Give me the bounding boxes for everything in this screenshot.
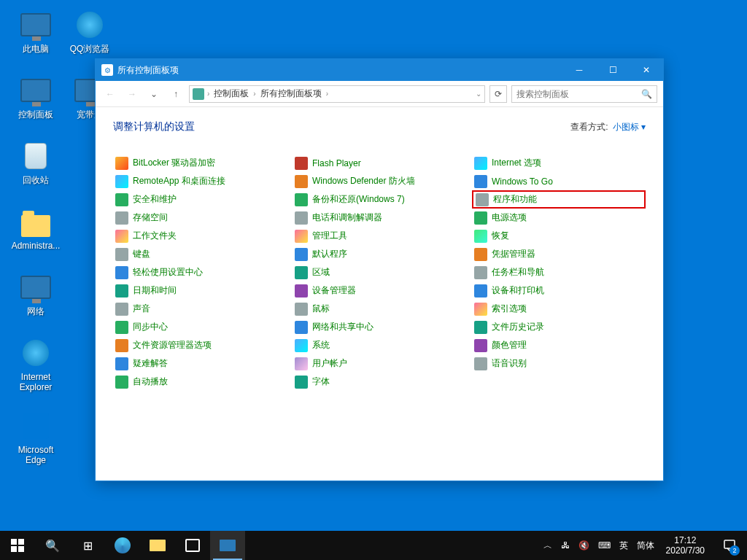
control-panel-item[interactable]: BitLocker 驱动器加密 bbox=[113, 154, 287, 172]
viewby-dropdown[interactable]: 小图标 ▾ bbox=[613, 121, 646, 133]
item-icon bbox=[476, 193, 489, 206]
taskbar-explorer[interactable] bbox=[140, 531, 175, 560]
control-panel-item[interactable]: 工作文件夹 bbox=[113, 227, 287, 245]
item-icon bbox=[474, 303, 487, 316]
control-panel-item[interactable]: 默认程序 bbox=[293, 245, 466, 263]
viewby-label: 查看方式: bbox=[570, 121, 608, 133]
search-button[interactable]: 🔍 bbox=[35, 531, 70, 560]
control-panel-item[interactable]: 电话和调制解调器 bbox=[293, 209, 466, 227]
minimize-button[interactable]: ─ bbox=[562, 59, 596, 81]
address-bar[interactable]: › 控制面板 › 所有控制面板项 › ⌄ bbox=[189, 85, 485, 103]
item-icon bbox=[295, 284, 308, 298]
control-panel-item[interactable]: 自动播放 bbox=[113, 373, 287, 391]
item-label: 文件历史记录 bbox=[492, 321, 544, 333]
control-panel-item[interactable]: 凭据管理器 bbox=[472, 245, 646, 263]
control-panel-item[interactable]: 系统 bbox=[293, 336, 466, 354]
control-panel-item[interactable]: 轻松使用设置中心 bbox=[113, 263, 287, 281]
back-button[interactable]: ← bbox=[101, 85, 119, 103]
control-panel-item[interactable]: RemoteApp 和桌面连接 bbox=[113, 172, 287, 190]
tray-network-icon[interactable]: 🖧 bbox=[557, 531, 574, 560]
desktop-icon[interactable]: 此电脑 bbox=[9, 7, 63, 54]
desktop-icon[interactable]: Administra... bbox=[9, 204, 63, 251]
recent-dropdown[interactable]: ⌄ bbox=[145, 85, 163, 103]
tray-ime-lang[interactable]: 英 bbox=[615, 531, 632, 560]
control-panel-item[interactable]: 网络和共享中心 bbox=[293, 318, 466, 336]
control-panel-item[interactable]: 索引选项 bbox=[472, 300, 646, 318]
control-panel-item[interactable]: 管理工具 bbox=[293, 227, 466, 245]
control-panel-item[interactable]: 任务栏和导航 bbox=[472, 263, 646, 281]
desktop-icon[interactable]: QQ浏览器 bbox=[63, 7, 117, 54]
item-label: 工作文件夹 bbox=[133, 230, 177, 242]
control-panel-item[interactable]: 语音识别 bbox=[472, 354, 646, 373]
item-icon bbox=[474, 175, 487, 188]
control-panel-item[interactable]: 备份和还原(Windows 7) bbox=[293, 190, 466, 209]
chevron-icon: › bbox=[326, 90, 328, 98]
forward-button[interactable]: → bbox=[123, 85, 141, 103]
item-icon bbox=[474, 157, 487, 170]
item-label: Internet 选项 bbox=[492, 157, 541, 169]
tray-keyboard-icon[interactable]: ⌨ bbox=[594, 531, 615, 560]
control-panel-item[interactable]: 电源选项 bbox=[472, 209, 646, 227]
breadcrumb-current[interactable]: 所有控制面板项 bbox=[259, 88, 323, 100]
control-panel-item[interactable]: 颜色管理 bbox=[472, 336, 646, 354]
tray-volume-icon[interactable]: 🔇 bbox=[574, 531, 594, 560]
control-panel-item[interactable]: 区域 bbox=[293, 263, 466, 281]
control-panel-item[interactable]: 用户帐户 bbox=[293, 354, 466, 373]
item-label: 恢复 bbox=[492, 230, 509, 242]
control-panel-item[interactable]: 同步中心 bbox=[113, 318, 287, 336]
desktop-icon[interactable]: Internet Explorer bbox=[9, 335, 63, 392]
start-button[interactable] bbox=[0, 531, 35, 560]
control-panel-item[interactable]: 程序和功能 bbox=[472, 190, 646, 209]
desktop-icon[interactable]: Microsoft Edge bbox=[9, 408, 63, 465]
control-panel-item[interactable]: 设备和打印机 bbox=[472, 281, 646, 300]
tray-clock[interactable]: 17:12 2020/7/30 bbox=[659, 535, 712, 556]
chevron-icon: › bbox=[253, 90, 255, 98]
titlebar[interactable]: ⚙ 所有控制面板项 ─ ☐ ✕ bbox=[96, 59, 663, 81]
item-label: 默认程序 bbox=[312, 248, 347, 260]
taskbar-store[interactable] bbox=[175, 531, 210, 560]
control-panel-item[interactable]: 安全和维护 bbox=[113, 190, 287, 209]
item-icon bbox=[295, 376, 308, 389]
item-icon bbox=[295, 211, 308, 225]
desktop-icon[interactable]: 网络 bbox=[9, 270, 63, 316]
search-input[interactable] bbox=[516, 89, 641, 99]
control-panel-item[interactable]: 日期和时间 bbox=[113, 281, 287, 300]
desktop-icon[interactable]: 回收站 bbox=[9, 139, 63, 185]
tray-overflow[interactable]: ︿ bbox=[539, 531, 557, 560]
control-panel-item[interactable]: Flash Player bbox=[293, 154, 466, 172]
item-icon bbox=[295, 248, 308, 261]
control-panel-item[interactable]: Internet 选项 bbox=[472, 154, 646, 172]
search-box[interactable]: 🔍 bbox=[511, 85, 657, 103]
control-panel-item[interactable]: Windows To Go bbox=[472, 172, 646, 190]
taskbar-control-panel[interactable] bbox=[210, 531, 245, 560]
items-grid: BitLocker 驱动器加密RemoteApp 和桌面连接安全和维护存储空间工… bbox=[113, 154, 646, 391]
taskbar-edge[interactable] bbox=[105, 531, 140, 560]
task-view-button[interactable]: ⊞ bbox=[70, 531, 105, 560]
control-panel-item[interactable]: 字体 bbox=[293, 373, 466, 391]
item-label: 管理工具 bbox=[312, 230, 347, 242]
control-panel-item[interactable]: 声音 bbox=[113, 300, 287, 318]
tray-ime-mode[interactable]: 简体 bbox=[632, 531, 659, 560]
item-label: 字体 bbox=[312, 376, 330, 388]
control-panel-item[interactable]: Windows Defender 防火墙 bbox=[293, 172, 466, 190]
item-icon bbox=[115, 284, 128, 298]
control-panel-item[interactable]: 鼠标 bbox=[293, 300, 466, 318]
up-button[interactable]: ↑ bbox=[167, 85, 185, 103]
maximize-button[interactable]: ☐ bbox=[596, 59, 630, 81]
refresh-button[interactable]: ⟳ bbox=[489, 85, 507, 103]
desktop-icon[interactable]: 控制面板 bbox=[9, 73, 63, 120]
control-panel-item[interactable]: 文件资源管理器选项 bbox=[113, 336, 287, 354]
control-panel-item[interactable]: 存储空间 bbox=[113, 209, 287, 227]
control-panel-item[interactable]: 文件历史记录 bbox=[472, 318, 646, 336]
action-center-button[interactable]: 2 bbox=[712, 531, 747, 560]
control-panel-item[interactable]: 设备管理器 bbox=[293, 281, 466, 300]
control-panel-item[interactable]: 恢复 bbox=[472, 227, 646, 245]
breadcrumb-root[interactable]: 控制面板 bbox=[212, 88, 250, 100]
close-button[interactable]: ✕ bbox=[630, 59, 663, 81]
control-panel-item[interactable]: 键盘 bbox=[113, 245, 287, 263]
control-panel-item[interactable]: 疑难解答 bbox=[113, 354, 287, 373]
item-icon bbox=[295, 266, 308, 279]
address-dropdown[interactable]: ⌄ bbox=[476, 90, 481, 98]
item-label: 设备和打印机 bbox=[492, 284, 544, 297]
item-label: RemoteApp 和桌面连接 bbox=[133, 175, 225, 187]
